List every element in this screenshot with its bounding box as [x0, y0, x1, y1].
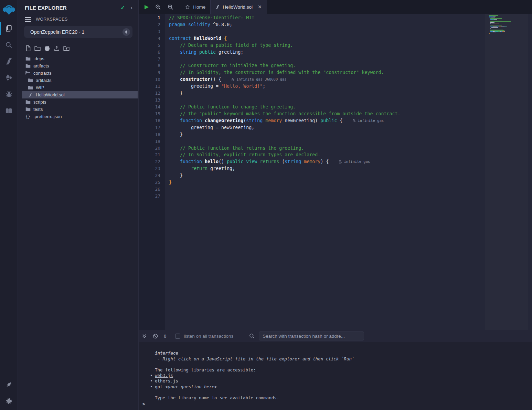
transaction-count-badge: 0: [164, 334, 166, 339]
zoom-in-icon[interactable]: [168, 4, 173, 10]
plugin-manager-icon[interactable]: [0, 376, 18, 393]
terminal-link-web3js[interactable]: web3.js: [155, 373, 173, 378]
terminal-link-ethersjs[interactable]: ethers.js: [155, 378, 178, 383]
terminal-line-gutter: [150, 367, 155, 373]
code-text: function hello() public view returns (st…: [165, 158, 370, 165]
terminal-line: The following libraries are accessible:: [150, 367, 532, 373]
terminal-line: Type the library name to see available c…: [150, 395, 532, 401]
minimap-line: [489, 35, 528, 35]
new-file-icon[interactable]: [24, 44, 31, 52]
code-editor[interactable]: 1// SPDX-License-Identifier: MIT2pragma …: [139, 14, 486, 330]
tab-helloworld-sol[interactable]: HelloWorld.sol ✕: [210, 0, 267, 14]
terminal-line: •web3.js: [150, 373, 532, 378]
code-text: }: [165, 131, 183, 138]
terminal-line: [150, 390, 532, 395]
terminal-line-gutter: [150, 362, 155, 367]
workspace-switch-icon: [123, 28, 130, 36]
terminal-search-input[interactable]: [259, 332, 364, 340]
code-text: string public greeting;: [165, 49, 243, 56]
listen-transactions-checkbox[interactable]: [175, 334, 180, 339]
collapse-terminal-icon[interactable]: [142, 334, 147, 339]
code-text: // Declare a public field of type string…: [165, 42, 293, 49]
editor-actions: ▶: [139, 0, 180, 14]
publish-workspace-icon[interactable]: [53, 44, 60, 52]
restore-backup-icon[interactable]: [63, 44, 70, 52]
terminal-line-text: interface: [155, 350, 178, 356]
tree-item--prettierrc-json[interactable]: {}.prettierrc.json: [22, 113, 138, 120]
tree-item-label: WIP: [36, 85, 44, 90]
solidity-compiler-icon[interactable]: [0, 53, 18, 70]
tab-home[interactable]: Home: [180, 0, 210, 14]
tree-item-contracts[interactable]: contracts: [22, 70, 138, 77]
settings-gear-icon[interactable]: [0, 393, 18, 409]
line-number: 9: [139, 69, 165, 76]
tree-item-helloworld-sol[interactable]: HelloWorld.sol: [22, 91, 138, 98]
code-text: pragma solidity ^0.8.0;: [165, 21, 232, 28]
minimap[interactable]: [486, 14, 528, 330]
listen-transactions-label[interactable]: listen on all transactions: [184, 334, 233, 339]
github-icon[interactable]: [44, 44, 51, 52]
tree-item-scripts[interactable]: scripts: [22, 98, 138, 106]
clear-console-icon[interactable]: [153, 334, 158, 339]
code-line-20: 20 // Public function that returns the g…: [139, 145, 486, 152]
code-line-18: 18 }: [139, 131, 486, 138]
folder-icon: [25, 56, 31, 61]
remix-ide-window: FILE EXPLORER ✓ › WORKSPACES OpenZeppeli…: [0, 0, 532, 410]
terminal-line-text: - Right click on a JavaScript file in th…: [155, 356, 354, 362]
code-text: greeting = newGreeting;: [165, 124, 254, 131]
checkmark-icon[interactable]: ✓: [120, 4, 125, 11]
gas-estimate-annotation: infinite gas: [353, 117, 384, 124]
zoom-out-icon[interactable]: [155, 4, 161, 10]
tab-label: Home: [193, 4, 205, 10]
editor-body: 1// SPDX-License-Identifier: MIT2pragma …: [139, 14, 532, 330]
solidity-file-icon: [215, 4, 220, 9]
tree-item--deps[interactable]: .deps: [22, 55, 138, 62]
code-text: [165, 193, 169, 200]
gas-estimate-annotation: infinite gas: [339, 158, 370, 165]
tree-item-label: artifacts: [33, 63, 49, 69]
debugger-icon[interactable]: [0, 86, 18, 103]
tree-item-tests[interactable]: tests: [22, 106, 138, 113]
tree-item-wip[interactable]: WIP: [22, 84, 138, 91]
new-folder-icon[interactable]: [34, 44, 41, 52]
workspace-name: OpenZeppelin ERC20 - 1: [30, 29, 123, 35]
line-number: 3: [139, 28, 165, 35]
terminal-output[interactable]: interface - Right click on a JavaScript …: [139, 342, 532, 410]
search-icon[interactable]: [0, 36, 18, 53]
remix-logo[interactable]: [0, 0, 18, 20]
folder-open-icon: [25, 71, 31, 75]
line-number: 24: [139, 172, 165, 179]
panel-title: FILE EXPLORER: [25, 5, 120, 11]
code-line-5: 5 // Declare a public field of type stri…: [139, 42, 486, 49]
deploy-run-icon[interactable]: [0, 70, 18, 86]
editor-tab-bar: ▶ Home: [139, 0, 532, 14]
learneth-book-icon[interactable]: [0, 103, 18, 119]
code-line-6: 6 string public greeting;: [139, 49, 486, 56]
code-line-9: 9 // In Solidity, the constructor is def…: [139, 69, 486, 76]
line-number: 15: [139, 111, 165, 117]
workspaces-menu-icon[interactable]: [25, 17, 31, 22]
editor-scrollbar[interactable]: [528, 14, 532, 330]
file-explorer-header: FILE EXPLORER ✓ ›: [18, 0, 138, 11]
tree-item-label: tests: [33, 107, 43, 112]
folder-icon: [25, 107, 31, 112]
file-tree: .depsartifactscontractsartifactsWIPHello…: [18, 55, 138, 120]
line-number: 1: [139, 14, 165, 21]
file-explorer-icon[interactable]: [0, 20, 18, 36]
run-script-icon[interactable]: ▶: [145, 4, 149, 10]
tree-item-label: .prettierrc.json: [33, 114, 62, 119]
code-line-22: 22 function hello() public view returns …: [139, 158, 486, 165]
workspace-select[interactable]: OpenZeppelin ERC20 - 1: [24, 26, 132, 38]
tree-item-artifacts[interactable]: artifacts: [22, 77, 138, 84]
activity-bar: [0, 0, 18, 410]
json-icon: {}: [25, 114, 31, 119]
code-line-3: 3: [139, 28, 486, 35]
code-line-27: 27: [139, 193, 486, 200]
code-text: [165, 28, 169, 35]
tree-item-artifacts[interactable]: artifacts: [22, 62, 138, 70]
terminal-line-gutter: [150, 395, 155, 401]
terminal-line-text: [155, 390, 158, 395]
code-line-10: 10 constructor() {infinite gas 368600 ga…: [139, 76, 486, 83]
close-tab-icon[interactable]: ✕: [258, 4, 262, 10]
chevron-right-icon[interactable]: ›: [130, 5, 132, 11]
